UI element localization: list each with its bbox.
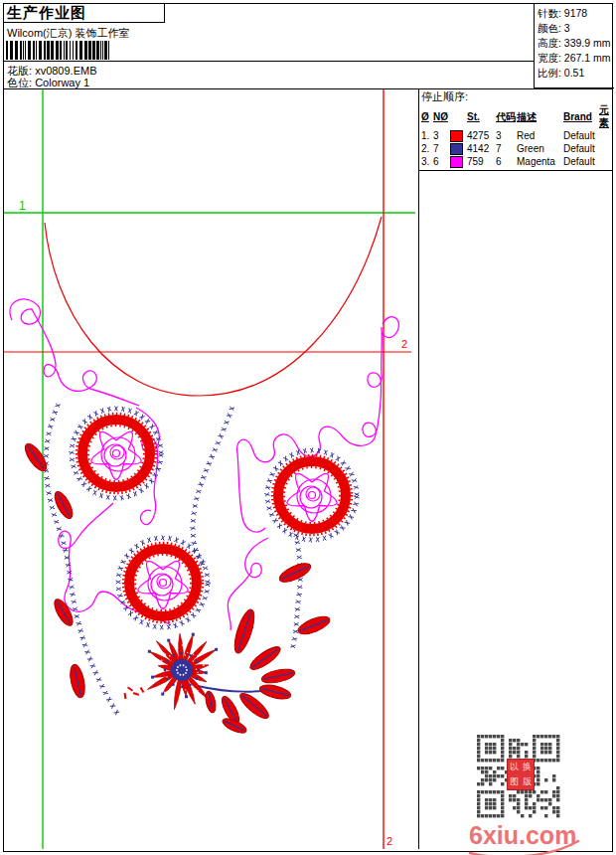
- rosette-flowers: [69, 407, 359, 630]
- table-row: 2.741427GreenDefault: [421, 142, 613, 155]
- column-header: NØ: [433, 110, 450, 123]
- header: 生产作业图 Wilcom(汇京) 装饰工作室 花版: xv0809.EMB 色位…: [4, 4, 612, 89]
- stat-row: 高度: 339.9 mm: [538, 36, 614, 51]
- table-cell: 4275: [467, 129, 496, 142]
- table-cell: 6: [433, 155, 450, 168]
- stat-row: 颜色: 3: [538, 21, 614, 36]
- stamp-char: 图: [508, 774, 521, 789]
- column-header: 元素: [599, 103, 613, 129]
- column-header: St.: [467, 110, 496, 123]
- table-cell: Default: [563, 129, 599, 142]
- table-cell: 6: [496, 155, 517, 168]
- column-header: 代码: [496, 110, 517, 123]
- table-cell: Default: [563, 142, 599, 155]
- guide-label-2-bottom: 2: [386, 835, 392, 847]
- guide-label-2-mid: 2: [401, 338, 407, 350]
- stop-sequence-title: 停止顺序:: [421, 90, 613, 103]
- neckline-curve: [45, 217, 382, 396]
- worksheet-page: 生产作业图 Wilcom(汇京) 装饰工作室 花版: xv0809.EMB 色位…: [3, 3, 613, 852]
- stat-row: 针数: 9178: [538, 6, 614, 21]
- guide-label-1: 1: [19, 199, 26, 213]
- table-cell: Default: [563, 155, 599, 168]
- thread-color-swatch: [450, 130, 463, 142]
- stamp-char: 版: [521, 774, 534, 789]
- stop-sequence-header: ØNØSt.代码描述Brand元素: [421, 103, 613, 129]
- table-cell: 3: [496, 129, 517, 142]
- table-cell: 7: [496, 142, 517, 155]
- column-header: Ø: [421, 110, 433, 123]
- table-cell: 3.: [421, 155, 433, 168]
- chrysanthemum-flower: [124, 607, 295, 736]
- design-canvas: 1 2 2: [4, 89, 418, 849]
- stamp-char: 以: [508, 760, 521, 774]
- table-cell: 4142: [467, 142, 496, 155]
- main-area: 1 2 2: [4, 89, 612, 849]
- table-cell: 3: [433, 129, 450, 142]
- table-cell: Green: [517, 142, 563, 155]
- right-panel: 停止顺序: ØNØSt.代码描述Brand元素 1.342753RedDefau…: [418, 89, 611, 849]
- thread-color-swatch: [450, 156, 463, 168]
- design-stats: 针数: 9178颜色: 3高度: 339.9 mm宽度: 267.1 mm比例:…: [534, 4, 614, 88]
- table-cell: Red: [517, 129, 563, 142]
- stamp-char: 换: [521, 760, 534, 774]
- header-divider: [4, 61, 534, 62]
- watermark-stamp: 以换图版: [507, 759, 535, 790]
- table-row: 3.67596MagentaDefault: [421, 155, 613, 168]
- table-cell: 1.: [421, 129, 433, 142]
- software-name: Wilcom(汇京) 装饰工作室: [7, 26, 129, 41]
- table-cell: Magenta: [517, 155, 563, 168]
- thread-color-swatch: [450, 143, 463, 155]
- production-worksheet: { "header": { "title": "生产作业图", "subtitl…: [0, 0, 616, 855]
- table-cell: 7: [433, 142, 450, 155]
- table-cell: 759: [467, 155, 496, 168]
- table-cell: 2.: [421, 142, 433, 155]
- colorway-name: 色位: Colorway 1: [7, 76, 89, 90]
- page-title: 生产作业图: [4, 4, 165, 23]
- column-header: 描述: [517, 110, 563, 123]
- stat-row: 比例: 0.51: [538, 66, 614, 81]
- watermark-text: 6xiu.com: [469, 821, 576, 850]
- magenta-runstitch: [10, 299, 398, 630]
- table-row: 1.342753RedDefault: [421, 129, 613, 142]
- embroidery-design: 1 2 2: [4, 89, 418, 849]
- stat-row: 宽度: 267.1 mm: [538, 51, 614, 66]
- stop-sequence-rows: 1.342753RedDefault2.741427GreenDefault3.…: [421, 129, 613, 168]
- stop-sequence-table: 停止顺序: ØNØSt.代码描述Brand元素 1.342753RedDefau…: [419, 89, 613, 171]
- column-header: Brand: [563, 110, 599, 123]
- barcode: [6, 41, 113, 60]
